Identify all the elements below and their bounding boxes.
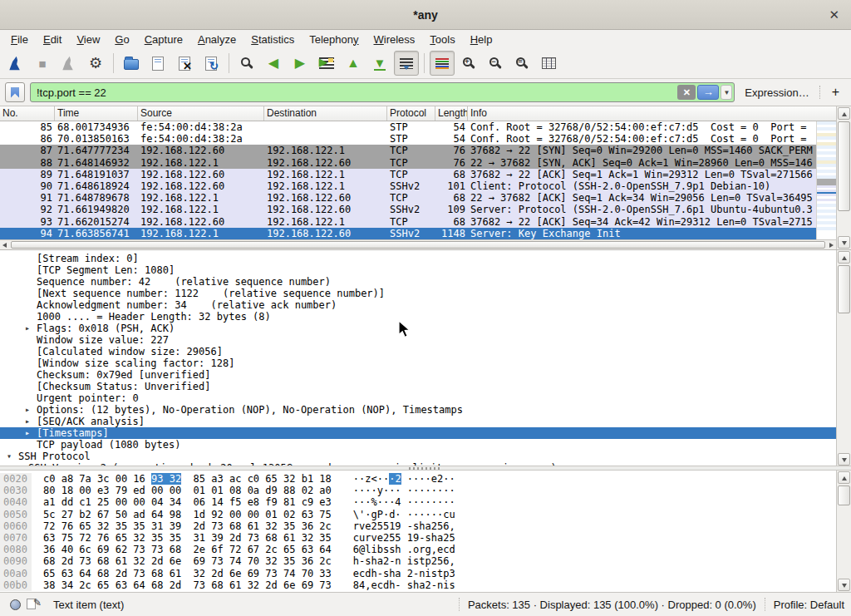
scroll-right-icon[interactable] — [826, 240, 836, 249]
menu-item-tools[interactable]: Tools — [422, 32, 462, 47]
scroll-up-icon[interactable] — [838, 107, 850, 120]
menu-item-edit[interactable]: Edit — [36, 32, 69, 47]
expander-icon[interactable]: ▸ — [25, 323, 37, 334]
resize-columns-button[interactable] — [536, 51, 561, 76]
find-packet-button[interactable] — [234, 51, 259, 76]
packet-row[interactable]: 8670.013850163fe:54:00:d4:38:2aSTP54Conf… — [0, 133, 816, 145]
detail-line[interactable]: [Next sequence number: 1122 (relative se… — [0, 288, 836, 299]
display-filter-input[interactable]: !tcp.port == 22 ✕ → ▼ — [30, 82, 735, 102]
detail-line[interactable]: TCP payload (1080 bytes) — [0, 439, 836, 451]
hex-row[interactable]: 006072 76 65 32 35 35 31 39 2d 73 68 61 … — [0, 520, 851, 532]
detail-line[interactable]: ▸[SEQ/ACK analysis] — [0, 416, 836, 427]
column-header-protocol[interactable]: Protocol — [387, 106, 435, 121]
zoom-in-button[interactable]: + — [456, 51, 481, 76]
menu-item-capture[interactable]: Capture — [137, 32, 190, 47]
expander-icon[interactable]: ▾ — [7, 451, 18, 462]
hex-row[interactable]: 00a065 63 64 68 2d 73 68 61 32 2d 6e 69 … — [0, 568, 851, 579]
menu-item-telephony[interactable]: Telephony — [302, 32, 366, 47]
expander-icon[interactable]: ▸ — [25, 416, 37, 427]
save-capture-button[interactable] — [145, 51, 170, 76]
menu-item-help[interactable]: Help — [463, 32, 500, 47]
capture-options-button[interactable]: ⚙ — [83, 51, 108, 76]
scroll-thumb[interactable] — [838, 485, 850, 505]
packet-row[interactable]: 8871.648146932192.168.122.1192.168.122.6… — [0, 157, 816, 169]
details-vscrollbar[interactable] — [836, 250, 851, 466]
scroll-up-icon[interactable] — [838, 471, 850, 484]
menu-item-analyze[interactable]: Analyze — [190, 32, 243, 47]
zoom-out-button[interactable]: − — [483, 51, 508, 76]
detail-line[interactable]: [TCP Segment Len: 1080] — [0, 264, 836, 276]
packet-list-hscrollbar[interactable] — [0, 239, 836, 249]
go-first-packet-button[interactable]: ▲ — [341, 51, 366, 76]
bytes-vscrollbar[interactable] — [836, 471, 851, 592]
packet-row[interactable]: 9471.663856741192.168.122.1192.168.122.6… — [0, 228, 816, 239]
open-capture-button[interactable] — [119, 51, 144, 76]
detail-line[interactable]: ▸Options: (12 bytes), No-Operation (NOP)… — [0, 404, 836, 416]
hex-row[interactable]: 0040a1 dd c1 25 00 00 04 34 06 14 f5 e8 … — [0, 496, 851, 508]
scroll-down-icon[interactable] — [838, 579, 850, 591]
hex-row[interactable]: 008036 40 6c 69 62 73 73 68 2e 6f 72 67 … — [0, 544, 851, 555]
column-header-no[interactable]: No. — [0, 106, 55, 121]
packet-row[interactable]: 8771.647777234192.168.122.60192.168.122.… — [0, 145, 816, 156]
detail-line[interactable]: ▸[Timestamps] — [0, 427, 836, 439]
column-header-time[interactable]: Time — [55, 106, 138, 121]
expander-icon[interactable]: ▸ — [25, 404, 37, 416]
auto-scroll-button[interactable] — [394, 51, 419, 76]
go-last-packet-button[interactable]: ▼ — [367, 51, 392, 76]
packet-row[interactable]: 8568.001734936fe:54:00:d4:38:2aSTP54Conf… — [0, 121, 816, 133]
packet-row[interactable]: 9371.662015274192.168.122.60192.168.122.… — [0, 216, 816, 228]
packet-row[interactable]: 9271.661949820192.168.122.1192.168.122.6… — [0, 204, 816, 215]
hscroll-thumb[interactable] — [11, 241, 825, 249]
menu-item-wireless[interactable]: Wireless — [366, 32, 423, 47]
capture-restart-button[interactable] — [57, 51, 81, 76]
go-back-button[interactable]: ◀ — [261, 51, 286, 76]
close-icon[interactable]: ✕ — [829, 7, 839, 23]
menu-item-file[interactable]: File — [3, 32, 36, 47]
detail-line[interactable]: [Stream index: 0] — [0, 253, 836, 264]
expression-button[interactable]: Expression… — [740, 86, 814, 99]
detail-line[interactable]: [Checksum Status: Unverified] — [0, 381, 836, 392]
packet-row[interactable]: 8971.648191037192.168.122.60192.168.122.… — [0, 169, 816, 180]
scroll-thumb[interactable] — [838, 121, 850, 211]
detail-line[interactable]: Acknowledgment number: 34 (relative ack … — [0, 299, 836, 311]
scroll-down-icon[interactable] — [838, 236, 850, 249]
detail-line[interactable]: Urgent pointer: 0 — [0, 392, 836, 404]
intelligent-scrollbar[interactable] — [816, 121, 836, 239]
expander-icon[interactable]: ▸ — [25, 427, 37, 439]
add-filter-button[interactable]: + — [825, 85, 846, 100]
detail-line[interactable]: 1000 .... = Header Length: 32 bytes (8) — [0, 311, 836, 323]
scroll-down-icon[interactable] — [838, 453, 850, 466]
colorize-button[interactable] — [430, 51, 455, 76]
go-forward-button[interactable]: ▶ — [288, 51, 312, 76]
column-header-info[interactable]: Info — [468, 106, 836, 121]
hex-row[interactable]: 00b038 34 2c 65 63 64 68 2d 73 68 61 32 … — [0, 579, 851, 591]
packet-row[interactable]: 9171.648789678192.168.122.1192.168.122.6… — [0, 192, 816, 204]
menu-item-view[interactable]: View — [69, 32, 107, 47]
filter-clear-button[interactable]: ✕ — [677, 85, 696, 100]
menu-item-statistics[interactable]: Statistics — [243, 32, 302, 47]
reload-capture-button[interactable]: ↻ — [199, 51, 224, 76]
expert-info-button[interactable] — [7, 596, 23, 613]
scroll-thumb[interactable] — [838, 265, 850, 313]
detail-line[interactable]: Window size value: 227 — [0, 334, 836, 346]
detail-line[interactable]: ▾SSH Protocol — [0, 451, 836, 462]
scroll-up-icon[interactable] — [838, 251, 850, 264]
hex-row[interactable]: 00505c 27 b2 67 50 ad 64 98 1d 92 00 00 … — [0, 509, 851, 520]
profile-status[interactable]: Profile: Default — [774, 599, 844, 611]
capture-comment-button[interactable]: ✎ — [23, 596, 42, 613]
titlebar[interactable]: *any ✕ — [0, 0, 851, 30]
detail-line[interactable]: Checksum: 0x79ed [unverified] — [0, 369, 836, 381]
hex-row[interactable]: 003080 18 00 e3 79 ed 00 00 01 01 08 0a … — [0, 485, 851, 496]
hex-row[interactable]: 009068 2d 73 68 61 32 2d 6e 69 73 74 70 … — [0, 555, 851, 567]
go-to-packet-button[interactable]: ▶ — [314, 51, 339, 76]
packet-row[interactable]: 9071.648618924192.168.122.60192.168.122.… — [0, 180, 816, 192]
capture-stop-button[interactable]: ■ — [30, 51, 55, 76]
filter-history-dropdown[interactable]: ▼ — [721, 85, 732, 100]
column-header-source[interactable]: Source — [138, 106, 264, 121]
menu-item-go[interactable]: Go — [107, 32, 136, 47]
filter-bookmark-button[interactable] — [5, 82, 25, 102]
detail-line[interactable]: Sequence number: 42 (relative sequence n… — [0, 276, 836, 288]
packet-list-vscrollbar[interactable] — [836, 106, 851, 249]
detail-line[interactable]: [Window size scaling factor: 128] — [0, 357, 836, 369]
filter-apply-button[interactable]: → — [697, 85, 719, 100]
